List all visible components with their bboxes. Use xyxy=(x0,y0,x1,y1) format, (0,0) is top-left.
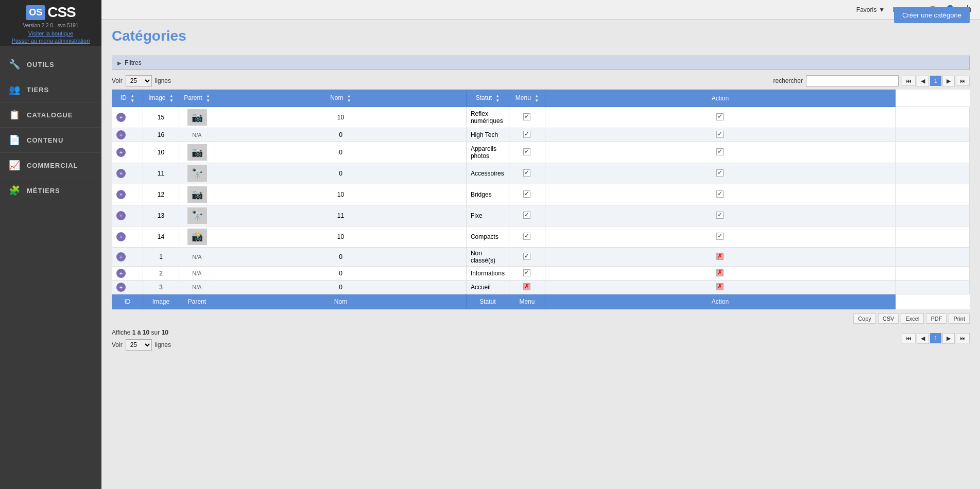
sidebar-item-catalogue[interactable]: 📋 CATALOGUE xyxy=(0,102,101,128)
version-text: Version 2.2.0 - svn 5191 xyxy=(23,23,79,28)
th-id[interactable]: ID ▲▼ xyxy=(112,90,143,107)
cell-id: 2 xyxy=(143,267,179,281)
sidebar-item-contenu[interactable]: 📄 CONTENU xyxy=(0,128,101,153)
next-page-btn-top[interactable]: ▶ xyxy=(942,76,955,86)
admin-link[interactable]: Passer au menu administration xyxy=(12,38,90,44)
current-page-btn-bottom[interactable]: 1 xyxy=(930,333,941,343)
copy-btn[interactable]: Copy xyxy=(853,313,876,324)
th-action: Action xyxy=(545,90,895,107)
cell-image: N/A xyxy=(179,248,215,267)
cell-action xyxy=(895,248,969,267)
cell-parent: 0 xyxy=(215,142,467,163)
statut-checked-icon xyxy=(523,190,530,198)
row-expand-btn[interactable]: + xyxy=(116,169,126,178)
filters-bar[interactable]: ▶ Filtres xyxy=(112,56,970,70)
search-input[interactable] xyxy=(806,75,899,86)
prev-page-btn-top[interactable]: ◀ xyxy=(917,76,929,86)
thumbnail-icon: 📷 xyxy=(187,144,207,161)
th-image[interactable]: Image ▲▼ xyxy=(143,90,179,107)
voir-select-top[interactable]: 25 50 100 xyxy=(126,75,152,86)
cell-statut xyxy=(509,226,545,248)
row-expand-btn[interactable]: + xyxy=(116,252,126,261)
row-expand-btn[interactable]: + xyxy=(116,211,126,220)
prev-page-btn-bottom[interactable]: ◀ xyxy=(917,333,929,344)
table-row: +3N/A0Accueil xyxy=(112,281,970,294)
cell-menu xyxy=(545,267,895,281)
thumbnail-icon: 🔭 xyxy=(187,165,207,182)
sidebar-item-commercial[interactable]: 📈 COMMERCIAL xyxy=(0,153,101,178)
row-toggle-cell: + xyxy=(112,128,143,142)
cell-image: 🔭 xyxy=(179,163,215,184)
thumbnail-na: N/A xyxy=(192,132,201,138)
voir-select-bottom[interactable]: 25 50 100 xyxy=(126,339,152,351)
logo-css-text: CSS xyxy=(47,4,76,21)
row-toggle-cell: + xyxy=(112,226,143,248)
last-page-btn-top[interactable]: ⏭ xyxy=(956,76,970,86)
th-statut[interactable]: Statut ▲▼ xyxy=(466,90,509,107)
first-page-btn-top[interactable]: ⏮ xyxy=(902,76,916,86)
print-btn[interactable]: Print xyxy=(949,313,970,324)
th-parent[interactable]: Parent ▲▼ xyxy=(179,90,215,107)
tiers-icon: 👥 xyxy=(7,82,22,97)
sidebar-item-tiers[interactable]: 👥 TIERS xyxy=(0,77,101,102)
tf-menu[interactable]: Menu xyxy=(509,294,545,309)
csv-btn[interactable]: CSV xyxy=(878,313,899,324)
first-page-btn-bottom[interactable]: ⏮ xyxy=(902,333,916,343)
thumbnail-na: N/A xyxy=(192,270,201,276)
tf-id[interactable]: ID xyxy=(112,294,143,309)
statut-checked-icon xyxy=(523,269,530,276)
statut-checked-icon xyxy=(523,131,530,138)
cell-image: 🔭 xyxy=(179,205,215,226)
current-page-btn-top[interactable]: 1 xyxy=(930,76,941,86)
last-page-btn-bottom[interactable]: ⏭ xyxy=(956,333,970,343)
cell-parent: 11 xyxy=(215,205,467,226)
statut-checked-icon xyxy=(523,169,530,177)
pdf-btn[interactable]: PDF xyxy=(926,313,947,324)
sidebar-links: Visiter la boutique Passer au menu admin… xyxy=(12,30,90,44)
row-expand-btn[interactable]: + xyxy=(116,232,126,241)
table-row: +12📷10Bridges xyxy=(112,184,970,205)
excel-btn[interactable]: Excel xyxy=(901,313,924,324)
cell-id: 11 xyxy=(143,163,179,184)
row-toggle-cell: + xyxy=(112,163,143,184)
tf-statut[interactable]: Statut xyxy=(466,294,509,309)
table-footer-row: ID Image Parent Nom Statut Menu Action xyxy=(112,294,970,309)
row-expand-btn[interactable]: + xyxy=(116,130,126,139)
table-wrapper: ID ▲▼ Image ▲▼ Parent ▲▼ Nom ▲▼ Statut ▲… xyxy=(112,90,970,309)
menu-checked-icon xyxy=(716,169,724,177)
sidebar-item-metiers[interactable]: 🧩 MÉTIERS xyxy=(0,178,101,203)
tf-parent[interactable]: Parent xyxy=(179,294,215,309)
create-category-button[interactable]: Créer une catégorie xyxy=(894,7,970,23)
cell-image: 📷 xyxy=(179,142,215,163)
row-toggle-cell: + xyxy=(112,281,143,294)
row-expand-btn[interactable]: + xyxy=(116,269,126,278)
table-row: +11🔭0Accessoires xyxy=(112,163,970,184)
row-toggle-cell: + xyxy=(112,184,143,205)
row-expand-btn[interactable]: + xyxy=(116,190,126,199)
cell-image: 📷 xyxy=(179,184,215,205)
next-page-btn-bottom[interactable]: ▶ xyxy=(942,333,955,344)
row-expand-btn[interactable]: + xyxy=(116,148,126,157)
cell-statut xyxy=(509,267,545,281)
cell-menu xyxy=(545,142,895,163)
favoris-menu[interactable]: Favoris ▼ xyxy=(856,6,885,13)
cell-menu xyxy=(545,205,895,226)
boutique-link[interactable]: Visiter la boutique xyxy=(28,30,73,37)
cell-action xyxy=(895,281,969,294)
cell-id: 15 xyxy=(143,107,179,128)
sidebar-label-outils: OUTILS xyxy=(27,61,55,68)
row-expand-btn[interactable]: + xyxy=(116,113,126,122)
tf-image[interactable]: Image xyxy=(143,294,179,309)
menu-unchecked-icon xyxy=(716,283,724,290)
tf-nom[interactable]: Nom xyxy=(215,294,467,309)
cell-action xyxy=(895,205,969,226)
row-toggle-cell: + xyxy=(112,267,143,281)
row-toggle-cell: + xyxy=(112,205,143,226)
thumbnail-icon: 📷 xyxy=(187,109,207,126)
th-nom[interactable]: Nom ▲▼ xyxy=(215,90,467,107)
cell-image: N/A xyxy=(179,267,215,281)
row-expand-btn[interactable]: + xyxy=(116,283,126,292)
sidebar-item-outils[interactable]: 🔧 OUTILS xyxy=(0,52,101,77)
th-menu[interactable]: Menu ▲▼ xyxy=(509,90,545,107)
cell-parent: 10 xyxy=(215,184,467,205)
